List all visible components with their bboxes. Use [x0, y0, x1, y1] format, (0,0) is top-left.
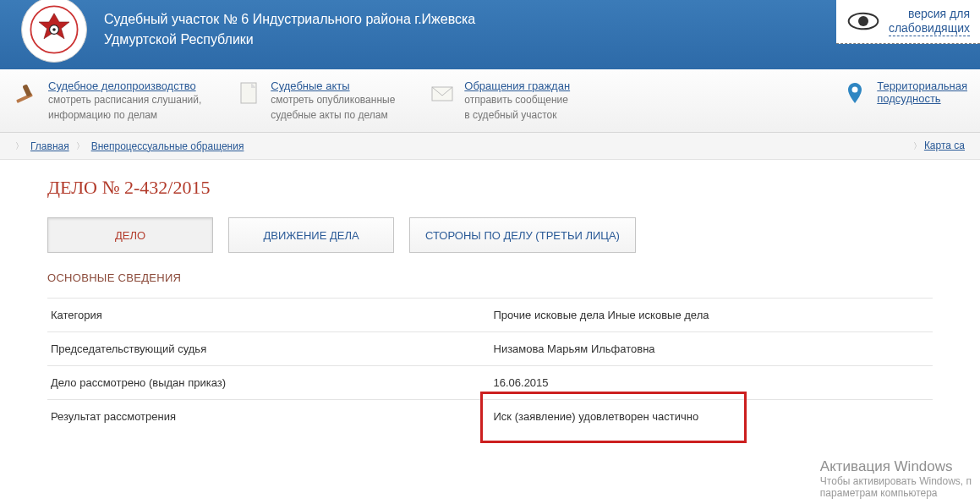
gavel-icon: [13, 79, 40, 107]
tab-movement[interactable]: ДВИЖЕНИЕ ДЕЛА: [228, 217, 394, 253]
menu-item-proceedings[interactable]: Судебное делопроизводство смотреть распи…: [13, 79, 201, 122]
row-label: Дело рассмотрено (выдан приказ): [47, 366, 490, 400]
tab-case[interactable]: ДЕЛО: [47, 217, 213, 253]
table-row: Результат рассмотрения Иск (заявление) у…: [47, 400, 933, 434]
table-row: Дело рассмотрено (выдан приказ) 16.06.20…: [47, 366, 933, 400]
svg-rect-6: [22, 84, 31, 96]
row-label: Результат рассмотрения: [47, 400, 490, 434]
case-title: ДЕЛО № 2-432/2015: [47, 177, 933, 199]
tab-parties[interactable]: СТОРОНЫ ПО ДЕЛУ (ТРЕТЬИ ЛИЦА): [409, 217, 636, 253]
emblem-logo: [21, 0, 87, 63]
eye-icon: [846, 10, 880, 32]
menu-sub: смотреть опубликованные: [271, 94, 395, 107]
site-title: Судебный участок № 6 Индустриального рай…: [104, 9, 475, 50]
svg-point-4: [858, 16, 868, 26]
document-icon: [235, 79, 262, 107]
chevron-right-icon: 〉: [76, 140, 85, 152]
menu-link[interactable]: Судебное делопроизводство: [48, 79, 196, 92]
row-value: Низамова Марьям Ильфатовна: [490, 332, 933, 366]
breadcrumb-sitemap[interactable]: Карта са: [924, 140, 965, 151]
table-row: Председательствующий судья Низамова Марь…: [47, 332, 933, 366]
row-value: Прочие исковые дела Иные исковые дела: [490, 299, 933, 332]
menu-sub: смотреть расписания слушаний,: [48, 94, 201, 107]
breadcrumb: 〉 Главная 〉 Внепроцессуальные обращения …: [0, 133, 980, 160]
site-title-line1: Судебный участок № 6 Индустриального рай…: [104, 9, 475, 30]
content: ДЕЛО № 2-432/2015 ДЕЛО ДВИЖЕНИЕ ДЕЛА СТО…: [0, 160, 980, 458]
site-title-line2: Удмуртской Республики: [104, 30, 475, 50]
pin-icon: [841, 79, 868, 107]
svg-point-9: [852, 87, 858, 93]
menu-link[interactable]: подсудность: [877, 92, 940, 105]
main-menu: Судебное делопроизводство смотреть распи…: [0, 69, 980, 133]
row-value: 16.06.2015: [490, 366, 933, 400]
menu-link[interactable]: Территориальная: [877, 79, 967, 92]
row-label: Категория: [47, 299, 490, 332]
breadcrumb-item[interactable]: Внепроцессуальные обращения: [91, 140, 244, 152]
info-table: Категория Прочие исковые дела Иные исков…: [47, 298, 933, 433]
table-row: Категория Прочие исковые дела Иные исков…: [47, 299, 933, 332]
row-label: Председательствующий судья: [47, 332, 490, 366]
menu-sub: информацию по делам: [48, 109, 201, 123]
site-header: Судебный участок № 6 Индустриального рай…: [0, 0, 980, 69]
menu-sub: в судебный участок: [464, 109, 570, 123]
menu-sub: отправить сообщение: [464, 94, 570, 107]
envelope-icon: [429, 79, 456, 107]
menu-item-acts[interactable]: Судебные акты смотреть опубликованные су…: [235, 79, 395, 122]
breadcrumb-home[interactable]: Главная: [30, 140, 69, 152]
accessibility-button[interactable]: версия для слабовидящих: [836, 0, 980, 44]
accessibility-label: версия для слабовидящих: [889, 7, 970, 36]
row-value-highlighted: Иск (заявление) удовлетворен частично: [490, 400, 933, 434]
menu-item-appeals[interactable]: Обращения граждан отправить сообщение в …: [429, 79, 570, 122]
svg-point-2: [52, 28, 56, 31]
tabs: ДЕЛО ДВИЖЕНИЕ ДЕЛА СТОРОНЫ ПО ДЕЛУ (ТРЕТ…: [47, 217, 933, 253]
chevron-right-icon: 〉: [913, 141, 922, 151]
menu-link[interactable]: Судебные акты: [271, 79, 349, 92]
menu-sub: судебные акты по делам: [271, 109, 395, 123]
menu-link[interactable]: Обращения граждан: [464, 79, 570, 92]
menu-item-territory[interactable]: Территориальная подсудность: [841, 79, 967, 122]
chevron-right-icon: 〉: [15, 140, 24, 152]
section-title: ОСНОВНЫЕ СВЕДЕНИЯ: [47, 271, 933, 291]
